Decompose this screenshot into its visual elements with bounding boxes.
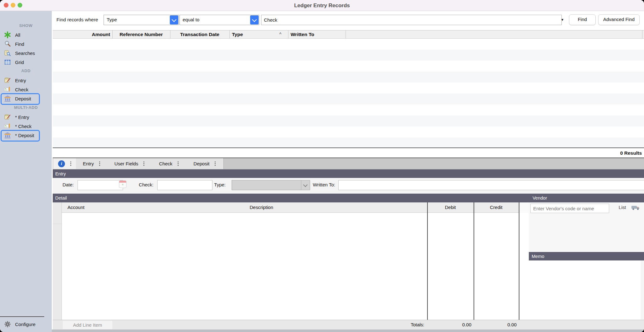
credit-total: 0.00 xyxy=(477,320,517,329)
results-rows-empty xyxy=(53,39,644,148)
date-label: Date: xyxy=(53,180,74,190)
sidebar-item-multi-check[interactable]: * Check xyxy=(0,121,52,131)
check-pen-icon xyxy=(3,86,12,93)
written-to-field[interactable] xyxy=(338,180,644,190)
column-header-debit: Debit xyxy=(427,202,474,212)
written-to-label: Written To: xyxy=(294,180,335,190)
sidebar-item-label: * Check xyxy=(15,123,32,129)
column-header-amount[interactable]: Amount xyxy=(53,30,112,38)
results-count: 0 Results xyxy=(53,148,642,158)
sidebar-item-configure[interactable]: Configure xyxy=(0,319,52,329)
sidebar: SHOW All Find Searches Grid ADD Entry Ch… xyxy=(0,11,52,332)
column-header-written-to[interactable]: Written To xyxy=(291,30,314,38)
tab-menu-icon[interactable] xyxy=(70,163,71,164)
tab-user-fields[interactable]: User Fields xyxy=(107,158,152,169)
sort-ascending-icon: ^ xyxy=(279,30,286,38)
recent-searches-caret-icon[interactable]: ▾ xyxy=(559,15,566,24)
column-line xyxy=(427,202,428,329)
selected-operator: equal to xyxy=(183,15,199,24)
column-header-description: Description xyxy=(199,202,324,212)
tab-menu-icon[interactable] xyxy=(178,163,179,164)
results-table-header: Amount Reference Number Transaction Date… xyxy=(53,30,644,39)
vendor-list-button[interactable]: List xyxy=(614,202,630,212)
selected-field: Type xyxy=(107,15,117,24)
column-separator xyxy=(642,30,642,38)
detail-vendor-section-bar: Detail Vendor xyxy=(53,194,644,202)
scroll-quill-icon xyxy=(3,77,12,84)
tab-info[interactable]: i xyxy=(53,158,77,169)
bank-icon xyxy=(3,95,12,102)
info-icon: i xyxy=(58,160,65,167)
tab-menu-icon[interactable] xyxy=(215,163,216,164)
find-prompt: Find records where xyxy=(56,15,98,24)
window-title: Ledger Entry Records xyxy=(0,0,644,11)
tab-menu-icon[interactable] xyxy=(99,163,100,164)
row-selector-gutter xyxy=(53,202,62,320)
tab-check[interactable]: Check xyxy=(152,158,186,169)
find-operator-select[interactable]: equal to xyxy=(180,15,259,25)
sidebar-item-multi-deposit[interactable]: * Deposit xyxy=(0,131,52,140)
truck-icon[interactable] xyxy=(631,205,640,212)
vendor-search-input[interactable] xyxy=(530,204,609,213)
sidebar-item-all[interactable]: All xyxy=(0,30,52,39)
detail-table-header: Account Description Debit Credit xyxy=(62,202,519,213)
column-separator xyxy=(170,30,170,38)
section-title: Entry xyxy=(55,169,66,178)
column-separator xyxy=(288,30,288,38)
column-header-type[interactable]: Type xyxy=(232,30,243,38)
application: Ledger Entry Records SHOW All Find Searc… xyxy=(0,0,644,332)
sidebar-item-label: Find xyxy=(15,41,24,46)
scroll-quill-icon xyxy=(3,114,12,120)
chevron-down-icon xyxy=(170,15,178,24)
find-value-input[interactable] xyxy=(261,15,562,25)
find-button[interactable]: Find xyxy=(569,14,596,25)
detail-rows-empty xyxy=(62,213,519,320)
column-header-transaction-date[interactable]: Transaction Date xyxy=(170,30,229,38)
column-header-reference-number[interactable]: Reference Number xyxy=(112,30,170,38)
sidebar-item-multi-entry[interactable]: * Entry xyxy=(0,112,52,121)
sidebar-section-multi-add: MULTI-ADD xyxy=(0,105,52,110)
memo-textarea[interactable] xyxy=(529,261,641,320)
detail-section-title: Detail xyxy=(55,194,67,202)
column-header-credit: Credit xyxy=(474,202,519,212)
check-label: Check: xyxy=(122,180,153,190)
sidebar-item-grid[interactable]: Grid xyxy=(0,57,52,67)
check-pen-icon xyxy=(3,123,12,130)
sidebar-item-entry[interactable]: Entry xyxy=(0,76,52,85)
date-field[interactable] xyxy=(78,180,123,190)
gear-icon xyxy=(3,321,12,328)
sidebar-item-label: Entry xyxy=(15,78,26,83)
memo-section-bar: Memo xyxy=(529,252,644,260)
column-separator xyxy=(112,30,113,38)
title-bar: Ledger Entry Records xyxy=(0,0,644,11)
add-line-item-button[interactable]: Add Line Item xyxy=(63,321,112,329)
totals-row: Add Line Item Totals: 0.00 0.00 xyxy=(53,320,644,329)
sidebar-item-find[interactable]: Find xyxy=(0,39,52,48)
column-separator xyxy=(229,30,230,38)
window: Ledger Entry Records SHOW All Find Searc… xyxy=(0,0,644,332)
chevron-down-icon xyxy=(250,15,259,24)
debit-total: 0.00 xyxy=(431,320,471,329)
magnifier-icon xyxy=(3,40,12,47)
vendor-section-title: Vendor xyxy=(533,194,547,202)
grid-icon xyxy=(3,59,12,66)
tab-menu-icon[interactable] xyxy=(143,163,144,164)
tab-entry[interactable]: Entry xyxy=(76,158,107,169)
sidebar-item-check[interactable]: Check xyxy=(0,85,52,94)
sidebar-item-label: Check xyxy=(15,87,29,92)
scroll-magnifier-icon xyxy=(3,50,12,56)
find-field-select[interactable]: Type xyxy=(104,15,179,25)
row-selector xyxy=(53,213,62,224)
bank-icon xyxy=(3,132,12,139)
memo-area xyxy=(529,260,641,320)
advanced-find-button[interactable]: Advanced Find xyxy=(598,14,640,25)
column-line xyxy=(519,202,519,329)
type-label: Type: xyxy=(194,180,226,190)
entry-section-bar: Entry xyxy=(53,169,644,178)
column-separator xyxy=(346,30,346,38)
section-title: Memo xyxy=(532,252,544,260)
sidebar-item-searches[interactable]: Searches xyxy=(0,48,52,57)
tab-deposit[interactable]: Deposit xyxy=(186,158,224,169)
sidebar-item-deposit[interactable]: Deposit xyxy=(0,94,52,103)
window-bottom-strip xyxy=(52,329,644,332)
